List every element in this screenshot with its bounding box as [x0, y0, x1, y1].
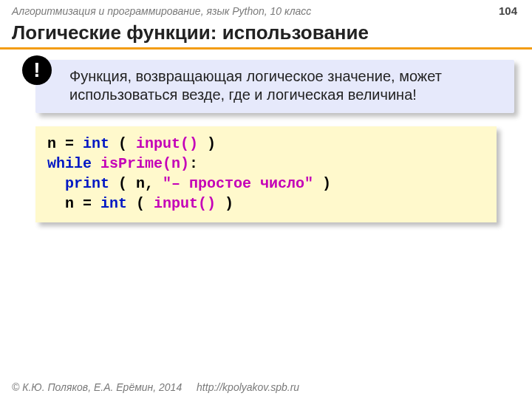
code-line-2: while isPrime(n):: [47, 155, 198, 172]
callout-text: Функция, возвращающая логическое значени…: [35, 60, 514, 113]
copyright: © К.Ю. Поляков, Е.А. Ерёмин, 2014: [12, 381, 182, 393]
course-label: Алгоритмизация и программирование, язык …: [12, 5, 311, 17]
footer-url: http://kpolyakov.spb.ru: [197, 381, 299, 393]
page-number: 104: [499, 4, 517, 17]
code-block: n = int ( input() ) while isPrime(n): pr…: [35, 126, 497, 222]
slide-footer: © К.Ю. Поляков, Е.А. Ерёмин, 2014 http:/…: [12, 381, 299, 393]
code-line-1: n = int ( input() ): [47, 135, 216, 152]
slide-title: Логические функции: использование: [0, 18, 532, 50]
code-line-3: print ( n, "– простое число" ): [47, 175, 331, 192]
exclamation-icon: !: [22, 55, 52, 85]
code-line-4: n = int ( input() ): [47, 195, 233, 212]
callout: ! Функция, возвращающая логическое значе…: [35, 60, 514, 113]
slide-header: Алгоритмизация и программирование, язык …: [0, 0, 532, 18]
